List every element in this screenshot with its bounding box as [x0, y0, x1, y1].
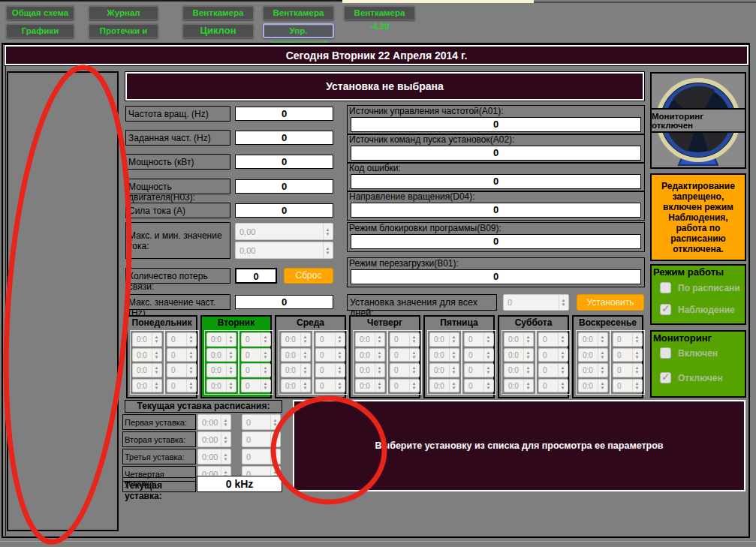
spinner-arrows-icon[interactable]: ▲▼ [270, 415, 279, 429]
day5-time-spinner-2[interactable]: 0:0▲▼ [429, 348, 459, 362]
schedule-time-spinner-1[interactable]: 0:00▲▼ [197, 414, 231, 430]
current-max-spinner[interactable]: 0,00 ▲▼ [235, 223, 333, 240]
spinner-arrows-icon[interactable]: ▲▼ [226, 380, 235, 392]
day1-value-spinner-3[interactable]: 0▲▼ [167, 363, 197, 377]
spinner-arrows-icon[interactable]: ▲▼ [335, 364, 344, 377]
current-min-spinner[interactable]: 0,00 ▲▼ [235, 242, 333, 259]
spinner-arrows-icon[interactable]: ▲▼ [300, 333, 309, 346]
day7-time-spinner-2[interactable]: 0:0▲▼ [578, 348, 608, 362]
spinner-arrows-icon[interactable]: ▲▼ [558, 333, 567, 346]
spinner-arrows-icon[interactable]: ▲▼ [523, 364, 532, 377]
day6-value-spinner-2[interactable]: 0▲▼ [538, 348, 568, 362]
spinner-arrows-icon[interactable]: ▲▼ [523, 349, 532, 362]
monitoring-checkbox-2-checked[interactable] [660, 372, 671, 383]
spinner-arrows-icon[interactable]: ▲▼ [335, 349, 344, 362]
spinner-arrows-icon[interactable]: ▲▼ [186, 364, 195, 377]
spinner-arrows-icon[interactable]: ▲▼ [261, 364, 270, 377]
day7-time-spinner-1[interactable]: 0:0▲▼ [578, 332, 608, 347]
work-mode-checkbox-1-unchecked[interactable] [660, 282, 671, 293]
spinner-arrows-icon[interactable]: ▲▼ [598, 349, 607, 362]
day2-value-spinner-4[interactable]: 0▲▼ [241, 379, 271, 393]
spinner-arrows-icon[interactable]: ▲▼ [152, 380, 161, 392]
day7-value-spinner-4[interactable]: 0▲▼ [613, 379, 643, 393]
reset-button[interactable]: Сброс [284, 268, 333, 284]
day1-value-spinner-2[interactable]: 0▲▼ [167, 348, 197, 362]
spinner-arrows-icon[interactable]: ▲▼ [598, 380, 607, 392]
all-days-spinner[interactable]: 0 ▲▼ [503, 294, 569, 311]
day6-time-spinner-3[interactable]: 0:0▲▼ [504, 363, 534, 377]
spinner-arrows-icon[interactable]: ▲▼ [483, 333, 492, 346]
spinner-arrows-icon[interactable]: ▲▼ [152, 349, 161, 362]
day1-time-spinner-3[interactable]: 0:0▲▼ [132, 363, 162, 377]
nav-button-4[interactable]: Венткамера Атриум [263, 5, 334, 20]
spinner-arrows-icon[interactable]: ▲▼ [375, 380, 384, 392]
day2-time-spinner-3[interactable]: 0:0▲▼ [206, 363, 236, 377]
spinner-arrows-icon[interactable]: ▲▼ [598, 364, 607, 377]
day1-time-spinner-4[interactable]: 0:0▲▼ [132, 379, 162, 393]
day6-time-spinner-4[interactable]: 0:0▲▼ [504, 379, 534, 393]
schedule-value-spinner-2[interactable]: 0▲▼ [242, 431, 281, 447]
spinner-arrows-icon[interactable]: ▲▼ [523, 333, 532, 346]
day2-value-spinner-3[interactable]: 0▲▼ [241, 363, 271, 377]
nav-button-3[interactable]: Венткамера Рояль [182, 5, 254, 20]
day2-time-spinner-4[interactable]: 0:0▲▼ [206, 379, 236, 393]
spinner-arrows-icon[interactable]: ▲▼ [409, 364, 418, 377]
spinner-arrows-icon[interactable]: ▲▼ [186, 380, 195, 392]
day5-value-spinner-3[interactable]: 0▲▼ [464, 363, 494, 377]
spinner-arrows-icon[interactable]: ▲▼ [270, 432, 279, 446]
nav-button-row2-2[interactable]: Протечки и аварии [89, 23, 158, 38]
spinner-arrows-icon[interactable]: ▲▼ [449, 380, 458, 392]
day4-value-spinner-4[interactable]: 0▲▼ [390, 379, 420, 393]
day4-value-spinner-3[interactable]: 0▲▼ [390, 363, 420, 377]
day6-value-spinner-4[interactable]: 0▲▼ [538, 379, 568, 393]
spinner-arrows-icon[interactable]: ▲▼ [449, 349, 458, 362]
day3-time-spinner-4[interactable]: 0:0▲▼ [281, 379, 311, 393]
day7-time-spinner-4[interactable]: 0:0▲▼ [578, 379, 608, 393]
day3-time-spinner-3[interactable]: 0:0▲▼ [281, 363, 311, 377]
spinner-arrows-icon[interactable]: ▲▼ [226, 364, 235, 377]
nav-button-row2-1[interactable]: Графики [6, 23, 74, 38]
day5-value-spinner-1[interactable]: 0▲▼ [464, 332, 494, 347]
day7-value-spinner-3[interactable]: 0▲▼ [613, 363, 643, 377]
spinner-arrows-icon[interactable]: ▲▼ [632, 349, 641, 362]
spinner-arrows-icon[interactable]: ▲▼ [483, 380, 492, 392]
day3-value-spinner-3[interactable]: 0▲▼ [315, 363, 345, 377]
schedule-time-spinner-3[interactable]: 0:00▲▼ [197, 449, 231, 464]
schedule-value-spinner-3[interactable]: 0▲▼ [242, 449, 281, 464]
day5-value-spinner-2[interactable]: 0▲▼ [464, 348, 494, 362]
work-mode-option-1[interactable]: По расписани [660, 282, 740, 293]
day2-value-spinner-1[interactable]: 0▲▼ [241, 332, 271, 347]
day5-time-spinner-3[interactable]: 0:0▲▼ [429, 363, 459, 377]
day7-value-spinner-1[interactable]: 0▲▼ [613, 332, 643, 347]
day3-time-spinner-1[interactable]: 0:0▲▼ [281, 332, 311, 347]
spinner-arrows-icon[interactable]: ▲▼ [558, 380, 567, 392]
work-mode-checkbox-2-checked[interactable] [660, 304, 671, 315]
spinner-arrows-icon[interactable]: ▲▼ [300, 380, 309, 392]
day2-value-spinner-2[interactable]: 0▲▼ [241, 348, 271, 362]
day2-time-spinner-2[interactable]: 0:0▲▼ [206, 348, 236, 362]
spinner-arrows-icon[interactable]: ▲▼ [221, 432, 230, 446]
spinner-arrows-icon[interactable]: ▲▼ [559, 295, 568, 310]
spinner-arrows-icon[interactable]: ▲▼ [409, 349, 418, 362]
schedule-time-spinner-2[interactable]: 0:00▲▼ [197, 431, 231, 447]
nav-button-1[interactable]: Общая схема [6, 5, 74, 20]
day4-value-spinner-2[interactable]: 0▲▼ [390, 348, 420, 362]
nav-button-row2-4[interactable]: Упр. расписанием [263, 23, 334, 38]
spinner-arrows-icon[interactable]: ▲▼ [375, 364, 384, 377]
spinner-arrows-icon[interactable]: ▲▼ [632, 333, 641, 346]
day4-time-spinner-1[interactable]: 0:0▲▼ [355, 332, 385, 347]
apply-all-days-button[interactable]: Установить [577, 294, 644, 311]
day6-value-spinner-1[interactable]: 0▲▼ [538, 332, 568, 347]
spinner-arrows-icon[interactable]: ▲▼ [152, 364, 161, 377]
day7-value-spinner-2[interactable]: 0▲▼ [613, 348, 643, 362]
nav-button-5[interactable]: Венткамера -4.20 [344, 5, 415, 20]
spinner-arrows-icon[interactable]: ▲▼ [221, 449, 230, 464]
day3-value-spinner-1[interactable]: 0▲▼ [315, 332, 345, 347]
spinner-arrows-icon[interactable]: ▲▼ [186, 333, 195, 346]
schedule-value-spinner-1[interactable]: 0▲▼ [242, 414, 281, 430]
spinner-arrows-icon[interactable]: ▲▼ [632, 364, 641, 377]
day4-time-spinner-2[interactable]: 0:0▲▼ [355, 348, 385, 362]
day4-value-spinner-1[interactable]: 0▲▼ [390, 332, 420, 347]
spinner-arrows-icon[interactable]: ▲▼ [152, 333, 161, 346]
day7-time-spinner-3[interactable]: 0:0▲▼ [578, 363, 608, 377]
